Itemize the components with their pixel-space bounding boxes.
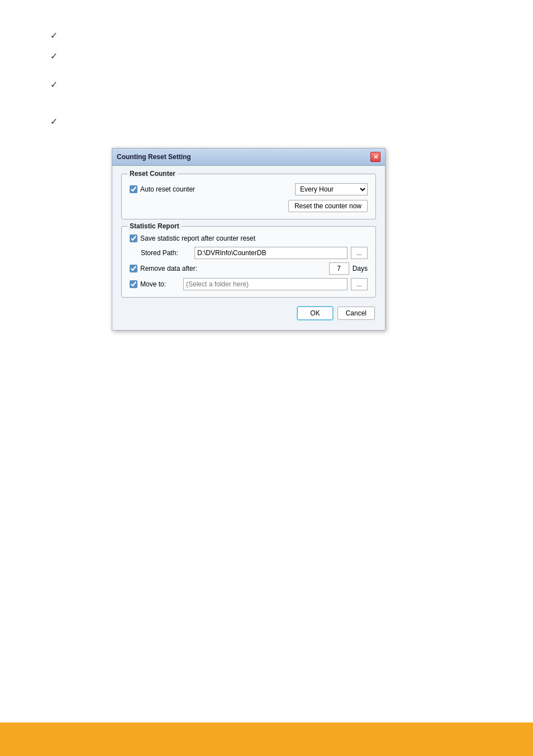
remove-data-label[interactable]: Remove data after: [130,265,197,272]
background-checks: ✓ ✓ ✓ ✓ [50,28,58,135]
frequency-dropdown[interactable]: Every Hour Every Day Every Week Every Mo… [295,183,368,195]
ok-button[interactable]: OK [297,307,332,320]
move-to-row: Move to: ... [130,278,368,290]
auto-reset-text: Auto reset counter [140,185,195,193]
dialog-body: Reset Counter Auto reset counter Every H… [112,166,385,330]
remove-data-text: Remove data after: [140,265,197,272]
counting-reset-dialog: Counting Reset Setting ✕ Reset Counter A… [112,148,386,331]
move-to-browse-button[interactable]: ... [351,278,368,290]
dialog-wrapper: Counting Reset Setting ✕ Reset Counter A… [112,148,386,331]
auto-reset-label[interactable]: Auto reset counter [130,185,195,193]
reset-now-button[interactable]: Reset the counter now [288,200,368,212]
save-stat-row: Save statistic report after counter rese… [130,235,368,242]
reset-counter-section: Reset Counter Auto reset counter Every H… [121,174,376,219]
days-label: Days [353,265,368,272]
dialog-title: Counting Reset Setting [117,153,191,161]
dialog-titlebar: Counting Reset Setting ✕ [112,149,385,166]
save-stat-text: Save statistic report after counter rese… [140,235,255,242]
statistic-report-legend: Statistic Report [127,222,182,230]
remove-data-row: Remove data after: Days [130,262,368,275]
stored-path-label: Stored Path: [141,249,191,257]
reset-counter-row: Auto reset counter Every Hour Every Day … [130,183,368,195]
save-stat-label[interactable]: Save statistic report after counter rese… [130,235,255,242]
dialog-footer: OK Cancel [121,304,376,323]
auto-reset-checkbox[interactable] [130,185,137,193]
reset-now-row: Reset the counter now [130,200,368,212]
cancel-button[interactable]: Cancel [337,307,375,320]
check-3: ✓ [50,77,58,93]
remove-data-checkbox[interactable] [130,265,137,272]
stored-path-browse-button[interactable]: ... [351,247,368,259]
statistic-report-section: Statistic Report Save statistic report a… [121,226,376,298]
move-to-label[interactable]: Move to: [130,280,180,288]
check-1: ✓ [50,28,58,44]
stored-path-input[interactable] [194,247,348,259]
reset-counter-legend: Reset Counter [127,170,178,178]
move-to-text: Move to: [140,280,166,288]
orange-bar [0,722,533,756]
dialog-close-button[interactable]: ✕ [370,152,380,162]
remove-data-input[interactable] [329,262,349,275]
check-2: ✓ [50,49,58,65]
stored-path-row: Stored Path: ... [130,247,368,259]
save-stat-checkbox[interactable] [130,235,137,242]
check-4: ✓ [50,114,58,130]
dropdown-wrapper: Every Hour Every Day Every Week Every Mo… [295,183,368,195]
move-to-input[interactable] [183,278,348,290]
move-to-checkbox[interactable] [130,280,137,288]
